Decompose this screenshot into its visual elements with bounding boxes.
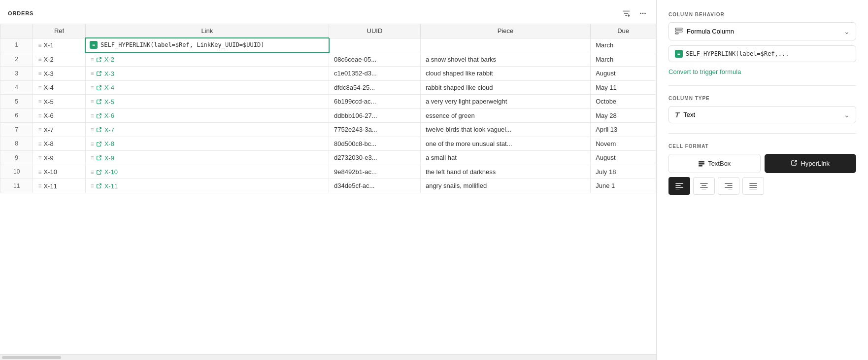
table-wrap[interactable]: Ref Link UUID Piece Due 1 ≡ X-1 xyxy=(0,24,656,354)
link-cell[interactable]: ≡ X-11 xyxy=(85,179,329,193)
ref-cell: ≡ X-5 xyxy=(33,95,85,109)
link-cell[interactable]: ≡ X-8 xyxy=(85,137,329,151)
filter-sort-button[interactable] xyxy=(621,8,632,19)
due-cell: May 11 xyxy=(591,80,656,95)
svg-point-4 xyxy=(644,13,646,14)
align-center-button[interactable] xyxy=(693,177,715,195)
link-row-icon[interactable]: ≡ xyxy=(91,154,94,161)
column-type-section: COLUMN TYPE T Text ⌄ xyxy=(668,96,856,123)
cell-format-buttons: TextBox HyperLink xyxy=(668,154,856,173)
table-row: 11≡ X-11≡ X-11d34de5cf-ac...angry snails… xyxy=(0,179,656,193)
column-type-dropdown[interactable]: T Text ⌄ xyxy=(668,106,856,123)
table-panel: ORDERS xyxy=(0,0,656,360)
row-expand-icon[interactable]: ≡ xyxy=(38,56,41,63)
formula-column-dropdown[interactable]: Formula Column ⌄ xyxy=(668,22,856,40)
row-num: 3 xyxy=(0,67,33,81)
row-expand-icon[interactable]: ≡ xyxy=(38,112,41,119)
due-cell: August xyxy=(591,151,656,165)
link-cell[interactable]: ≡ X-2 xyxy=(85,52,329,67)
piece-cell: a snow shovel that barks xyxy=(420,52,590,67)
divider-1 xyxy=(668,85,856,86)
due-cell: Octobe xyxy=(591,95,656,109)
piece-cell: a small hat xyxy=(420,151,590,165)
uuid-cell: c1e01352-d3... xyxy=(329,67,421,81)
row-expand-icon[interactable]: ≡ xyxy=(38,182,41,189)
row-expand-icon[interactable]: ≡ xyxy=(38,84,41,91)
divider-2 xyxy=(668,133,856,134)
col-header-piece[interactable]: Piece xyxy=(420,24,590,38)
link-row-icon[interactable]: ≡ xyxy=(91,182,94,189)
svg-rect-7 xyxy=(675,33,678,34)
link-cell[interactable]: ≡ X-4 xyxy=(85,80,329,95)
piece-cell: the left hand of darkness xyxy=(420,165,590,179)
link-cell[interactable]: ≡ X-7 xyxy=(85,123,329,137)
table-row: 9≡ X-9≡ X-9d2732030-e3...a small hatAugu… xyxy=(0,151,656,165)
textbox-format-button[interactable]: TextBox xyxy=(668,154,761,173)
link-cell[interactable]: ≡ X-5 xyxy=(85,95,329,109)
table-row: 3≡ X-3≡ X-3c1e01352-d3...cloud shaped li… xyxy=(0,67,656,81)
more-options-button[interactable] xyxy=(637,8,648,19)
col-header-link[interactable]: Link xyxy=(85,24,329,38)
svg-rect-5 xyxy=(675,28,682,30)
row-expand-icon[interactable]: ≡ xyxy=(38,169,41,176)
uuid-cell: 6b199ccd-ac... xyxy=(329,95,421,109)
link-row-icon[interactable]: ≡ xyxy=(91,169,94,176)
hyperlink-ext-icon xyxy=(791,159,798,168)
svg-rect-9 xyxy=(699,163,704,165)
link-row-icon[interactable]: ≡ xyxy=(91,126,94,133)
ref-cell: ≡ X-6 xyxy=(33,108,85,123)
link-row-icon[interactable]: ≡ xyxy=(91,84,94,91)
uuid-cell: dfdc8a54-25... xyxy=(329,80,421,95)
link-cell[interactable]: ≡ X-3 xyxy=(85,67,329,81)
align-justify-button[interactable] xyxy=(742,177,764,195)
due-cell: April 13 xyxy=(591,123,656,137)
col-header-ref[interactable]: Ref xyxy=(33,24,85,38)
piece-cell: a very very light paperweight xyxy=(420,95,590,109)
column-type-value: Text xyxy=(683,111,695,118)
row-expand-icon[interactable]: ≡ xyxy=(38,141,41,147)
align-right-button[interactable] xyxy=(718,177,739,195)
formula-column-icon xyxy=(675,27,683,36)
link-cell[interactable]: ≡ X-10 xyxy=(85,165,329,179)
orders-table: Ref Link UUID Piece Due 1 ≡ X-1 xyxy=(0,24,656,193)
row-expand-icon[interactable]: ≡ xyxy=(38,70,41,77)
column-type-chevron: ⌄ xyxy=(844,111,850,119)
right-panel: COLUMN BEHAVIOR Formula Column ⌄ = SELF_… xyxy=(656,0,868,360)
row-num: 8 xyxy=(0,137,33,151)
piece-cell: one of the more unusual stat... xyxy=(420,137,590,151)
col-header-due[interactable]: Due xyxy=(591,24,656,38)
link-row-icon[interactable]: ≡ xyxy=(91,56,94,63)
link-row-icon[interactable]: ≡ xyxy=(91,98,94,105)
row-expand-icon[interactable]: ≡ xyxy=(38,154,41,161)
row-expand-icon[interactable]: ≡ xyxy=(38,42,41,49)
due-cell: March xyxy=(591,38,656,52)
table-header-actions xyxy=(621,8,648,19)
due-cell: June 1 xyxy=(591,179,656,193)
convert-to-trigger-link[interactable]: Convert to trigger formula xyxy=(668,68,741,75)
uuid-cell: d34de5cf-ac... xyxy=(329,179,421,193)
link-cell[interactable]: ≡ X-9 xyxy=(85,151,329,165)
formula-pill[interactable]: = SELF_HYPERLINK(label=$Ref,... xyxy=(668,45,856,62)
ref-cell: ≡ X-11 xyxy=(33,179,85,193)
hyperlink-format-button[interactable]: HyperLink xyxy=(765,154,857,173)
piece-cell: essence of green xyxy=(420,108,590,123)
due-cell: August xyxy=(591,67,656,81)
row-num: 4 xyxy=(0,80,33,95)
piece-cell: rabbit shaped like cloud xyxy=(420,80,590,95)
table-row: 5≡ X-5≡ X-56b199ccd-ac...a very very lig… xyxy=(0,95,656,109)
link-row-icon[interactable]: ≡ xyxy=(91,70,94,77)
ref-cell: ≡ X-8 xyxy=(33,137,85,151)
link-row-icon[interactable]: ≡ xyxy=(91,141,94,147)
table-scrollbar[interactable] xyxy=(0,354,656,360)
row-num: 7 xyxy=(0,123,33,137)
row-expand-icon[interactable]: ≡ xyxy=(38,126,41,133)
cell-format-label: CELL FORMAT xyxy=(668,144,856,149)
link-cell[interactable]: ≡ X-6 xyxy=(85,108,329,123)
link-cell-editing[interactable]: = SELF_HYPERLINK(label=$Ref, LinkKey_UUI… xyxy=(85,38,329,52)
row-num: 9 xyxy=(0,151,33,165)
col-header-uuid[interactable]: UUID xyxy=(329,24,421,38)
formula-pill-text: SELF_HYPERLINK(label=$Ref,... xyxy=(686,50,789,57)
link-row-icon[interactable]: ≡ xyxy=(91,112,94,119)
align-left-button[interactable] xyxy=(668,177,690,195)
row-expand-icon[interactable]: ≡ xyxy=(38,98,41,105)
